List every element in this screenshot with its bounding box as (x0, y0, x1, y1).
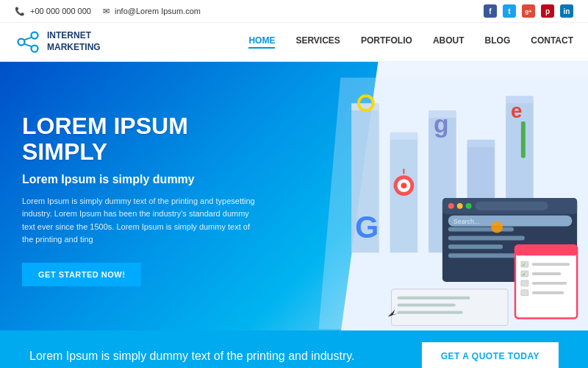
svg-point-2 (32, 46, 38, 52)
nav-portfolio[interactable]: PORTFOLIO (361, 35, 412, 49)
svg-rect-47 (532, 282, 567, 285)
contact-info: 📞 +00 000 000 000 ✉ info@Lorem Ipsum.com (15, 7, 201, 16)
svg-point-20 (401, 183, 406, 188)
hero-content: LOREM IPSUM SIMPLY Lorem Ipsum is simply… (0, 62, 282, 330)
facebook-icon[interactable]: f (484, 4, 497, 18)
googleplus-icon[interactable]: g+ (522, 4, 535, 18)
svg-rect-33 (448, 227, 514, 232)
svg-text:e: e (511, 99, 522, 122)
svg-rect-44 (521, 290, 528, 296)
svg-rect-48 (532, 291, 564, 294)
phone-number: +00 000 000 000 (30, 7, 91, 15)
navbar: INTERNET MARKETING HOME SERVICES PORTFOL… (0, 23, 588, 62)
logo-text: INTERNET MARKETING (47, 30, 101, 53)
svg-rect-31 (475, 202, 548, 210)
svg-rect-13 (467, 140, 495, 147)
email-icon: ✉ (103, 7, 110, 15)
social-links: f t g+ p in (484, 4, 573, 18)
svg-point-30 (466, 203, 472, 209)
svg-text:✓: ✓ (522, 262, 526, 267)
hero-subtitle: Lorem Ipsum is simply dummy (22, 173, 260, 186)
hero-description: Lorem Ipsum is simply dummy text of the … (22, 195, 260, 247)
nav-about[interactable]: ABOUT (433, 35, 465, 49)
hero-section: LOREM IPSUM SIMPLY Lorem Ipsum is simply… (0, 62, 588, 330)
svg-rect-46 (532, 272, 562, 275)
svg-rect-43 (521, 280, 528, 286)
svg-rect-25 (521, 121, 526, 158)
get-quote-button[interactable]: GET A QUOTE TODAY (422, 342, 559, 368)
phone-info: 📞 +00 000 000 000 (15, 7, 91, 16)
svg-rect-35 (448, 244, 503, 249)
twitter-icon[interactable]: t (503, 4, 516, 18)
svg-rect-45 (532, 263, 570, 266)
hero-illustration: G g e (282, 62, 588, 330)
svg-line-4 (24, 44, 32, 47)
svg-point-29 (457, 203, 463, 209)
top-bar: 📞 +00 000 000 000 ✉ info@Lorem Ipsum.com… (0, 0, 588, 23)
svg-rect-54 (397, 311, 462, 314)
svg-point-0 (18, 39, 25, 46)
cta-text: Lorem Ipsum is simply dummy text of the … (29, 350, 355, 363)
svg-rect-36 (448, 253, 517, 258)
linkedin-icon[interactable]: in (560, 4, 573, 18)
logo: INTERNET MARKETING (15, 29, 101, 55)
isometric-illustration: G g e (282, 62, 588, 330)
svg-rect-40 (515, 245, 577, 255)
logo-svg (15, 29, 41, 55)
nav-home[interactable]: HOME (248, 35, 275, 49)
nav-blog[interactable]: BLOG (485, 35, 511, 49)
svg-rect-9 (390, 132, 418, 140)
svg-text:Search...: Search... (453, 218, 480, 225)
svg-rect-51 (392, 289, 508, 326)
get-started-button[interactable]: GET STARTED NOW! (22, 263, 141, 286)
nav-contact[interactable]: CONTACT (531, 35, 573, 49)
hero-title: LOREM IPSUM SIMPLY (22, 113, 260, 165)
svg-line-3 (24, 38, 32, 40)
svg-point-56 (491, 222, 503, 233)
cta-bar: Lorem Ipsum is simply dummy text of the … (0, 330, 588, 368)
svg-rect-34 (448, 236, 525, 240)
svg-rect-52 (397, 297, 470, 300)
svg-rect-53 (397, 304, 455, 307)
phone-icon: 📞 (15, 7, 25, 15)
pinterest-icon[interactable]: p (541, 4, 554, 18)
email-info: ✉ info@Lorem Ipsum.com (103, 7, 201, 16)
svg-text:✓: ✓ (522, 272, 526, 277)
svg-text:G: G (355, 210, 379, 244)
nav-links: HOME SERVICES PORTFOLIO ABOUT BLOG CONTA… (248, 35, 573, 49)
nav-services[interactable]: SERVICES (295, 35, 340, 49)
svg-point-1 (32, 32, 38, 39)
svg-point-28 (448, 203, 454, 209)
svg-text:g: g (434, 110, 449, 138)
email-address: info@Lorem Ipsum.com (115, 7, 201, 15)
